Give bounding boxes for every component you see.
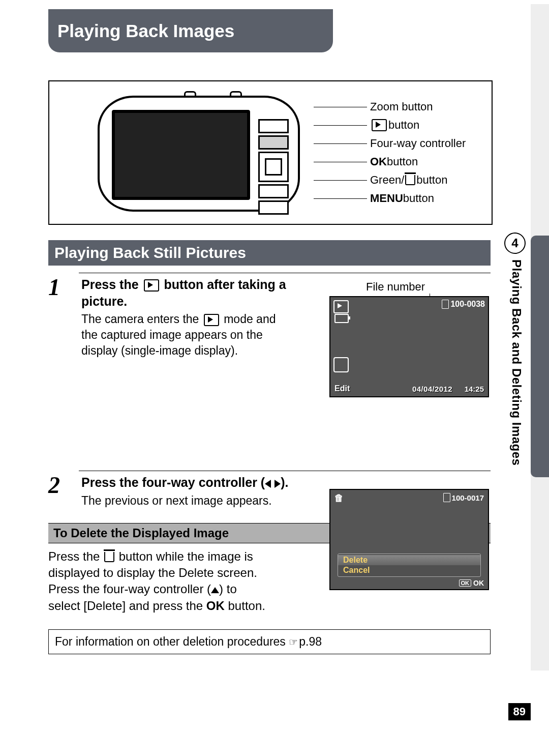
ss2-file-number: 100-0017 <box>443 493 484 502</box>
ss-play-icon <box>333 300 349 313</box>
step2-heading: Press the four-way controller ( ). <box>81 474 491 491</box>
playback-screenshot: 100-0038 Edit 04/04/2012 14:25 <box>329 296 489 397</box>
fourway-label: Four-way controller <box>370 137 466 149</box>
camera-menu-button <box>258 200 289 215</box>
ss-date: 04/04/2012 <box>412 385 452 393</box>
ss-menu-cancel: Cancel <box>338 565 480 575</box>
delete-body: Press the button while the image is disp… <box>48 548 267 615</box>
outer-gutter: 4 Playing Back and Deleting Images 89 <box>491 0 549 756</box>
arrow-right-icon <box>274 480 281 488</box>
section-title: Playing Back Still Pictures <box>48 240 491 266</box>
step1-heading: Press the button after taking a picture. <box>81 276 295 309</box>
card-icon <box>443 493 450 502</box>
camera-illustration <box>98 91 296 213</box>
playback-button-label: button <box>388 119 419 131</box>
ss-edit-label: Edit <box>334 384 350 393</box>
thumb-index-active <box>531 236 549 477</box>
arrow-left-icon <box>265 480 271 488</box>
arrow-up-icon <box>211 587 219 593</box>
info-crossref-box: For information on other deletion proced… <box>48 629 491 654</box>
step1-body: The camera enters the mode and the captu… <box>81 311 295 359</box>
step-number-2: 2 <box>48 472 60 499</box>
page-number: 89 <box>508 703 531 720</box>
diagram-labels: Zoom button button Four-way controller O… <box>314 98 466 208</box>
crossref-icon: ☞ <box>289 636 298 648</box>
camera-zoom-button <box>258 119 289 133</box>
playback-icon <box>144 279 159 292</box>
playback-icon <box>372 119 387 131</box>
camera-green-button <box>258 184 289 198</box>
green-label-prefix: Green/ <box>370 174 404 186</box>
ss-time: 14:25 <box>465 385 484 393</box>
manual-page: 4 Playing Back and Deleting Images 89 Pl… <box>0 0 549 756</box>
ss-battery-icon <box>334 314 349 323</box>
file-number-caption: File number <box>366 280 425 294</box>
ss-delete-menu: Delete Cancel <box>338 554 481 577</box>
ss-face-icon <box>333 357 349 372</box>
step-number-1: 1 <box>48 274 60 301</box>
zoom-label: Zoom button <box>370 101 433 112</box>
ss-menu-delete: Delete <box>338 555 480 565</box>
ss-ok-hint: OKOK <box>459 579 484 587</box>
camera-playback-button <box>258 135 289 150</box>
chapter-number-circle: 4 <box>504 232 526 254</box>
trash-icon <box>104 552 114 562</box>
playback-icon <box>204 314 219 326</box>
camera-diagram: Zoom button button Four-way controller O… <box>48 80 493 225</box>
green-label-suffix: button <box>416 174 447 186</box>
delete-screenshot: 🗑 100-0017 Delete Cancel OKOK <box>329 489 489 590</box>
menu-label-prefix: MENU <box>370 192 403 204</box>
ss-trash-icon: 🗑 <box>334 493 344 504</box>
card-icon <box>442 300 449 309</box>
chapter-title-tab: Playing Back Images <box>48 9 333 52</box>
ss-file-number: 100-0038 <box>442 300 485 309</box>
thumb-index <box>531 4 549 671</box>
side-chapter-label: Playing Back and Deleting Images <box>509 259 524 466</box>
trash-icon <box>405 175 415 185</box>
menu-label-suffix: button <box>403 192 434 204</box>
ok-label-suffix: button <box>387 156 418 167</box>
camera-fourway <box>258 152 289 182</box>
ok-label-prefix: OK <box>370 156 387 167</box>
